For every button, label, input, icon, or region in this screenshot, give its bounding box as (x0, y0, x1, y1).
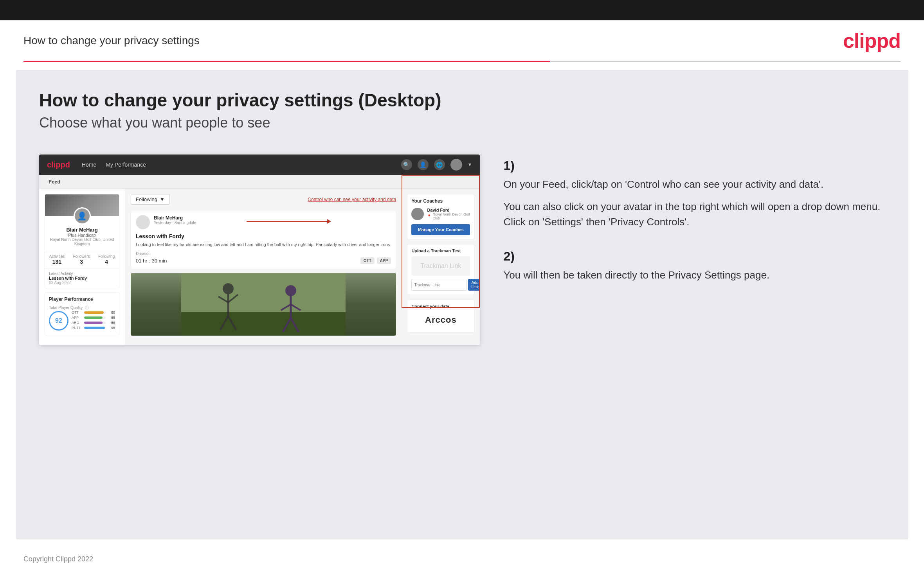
search-icon[interactable]: 🔍 (401, 159, 412, 170)
header-logo: clippd (843, 29, 901, 52)
app-sidebar: 👤 Blair McHarg Plus Handicap Royal North… (39, 189, 125, 345)
activity-user-avatar (136, 215, 150, 229)
golf-scene-svg (181, 273, 346, 336)
coach-club: 📍 Royal North Devon Golf Club (427, 212, 470, 220)
coach-item: David Ford 📍 Royal North Devon Golf Club (411, 208, 470, 220)
profile-stats: Activities 131 Followers 3 Following 4 (45, 251, 119, 268)
activity-header: Blair McHarg Yesterday · Sunningdale (136, 215, 391, 229)
coach-avatar (411, 208, 424, 220)
add-link-button[interactable]: Add Link (468, 279, 480, 291)
instruction-1-note: You can also click on your avatar in the… (503, 199, 885, 230)
feed-tab[interactable]: Feed (45, 176, 64, 187)
instructions-column: 1) On your Feed, click/tap on 'Control w… (503, 155, 885, 302)
coaches-card: Your Coaches David Ford 📍 Royal North De… (407, 194, 474, 239)
instruction-2-text: You will then be taken directly to the P… (503, 268, 885, 283)
followers-value: 3 (73, 259, 90, 265)
top-bar (0, 0, 924, 20)
following-label: Following (98, 254, 115, 259)
quality-row: 92 OTT 90 APP (49, 311, 115, 331)
quality-circle: 92 (49, 311, 68, 331)
trackman-card: Upload a Trackman Test Trackman Link Add… (407, 244, 474, 295)
connect-card: Connect your data Arccos (407, 300, 474, 333)
profile-card: 👤 Blair McHarg Plus Handicap Royal North… (45, 194, 119, 288)
svg-rect-1 (181, 312, 346, 336)
tag-app: APP (377, 257, 391, 264)
instruction-2-number: 2) (503, 249, 885, 264)
trackman-title: Upload a Trackman Test (411, 248, 470, 253)
instruction-1: 1) On your Feed, click/tap on 'Control w… (503, 158, 885, 230)
control-privacy-link[interactable]: Control who can see your activity and da… (308, 197, 396, 202)
coach-info: David Ford 📍 Royal North Devon Golf Club (427, 208, 470, 220)
trackman-placeholder: Trackman Link (411, 256, 470, 276)
content-columns: clippd Home My Performance 🔍 👤 🌐 ▼ (39, 155, 885, 345)
app-nav-performance[interactable]: My Performance (106, 162, 146, 168)
avatar-chevron: ▼ (468, 162, 472, 167)
profile-avatar: 👤 (74, 207, 91, 225)
footer: Copyright Clippd 2022 (0, 547, 924, 571)
bar-putt: PUTT 96 (72, 326, 115, 330)
profile-banner: 👤 (45, 194, 119, 216)
trackman-input[interactable] (411, 279, 467, 291)
stat-followers: Followers 3 (73, 254, 90, 265)
activity-user-info: Blair McHarg Yesterday · Sunningdale (154, 215, 196, 229)
tag-ott: OTT (360, 257, 375, 264)
app-screenshot-container: clippd Home My Performance 🔍 👤 🌐 ▼ (39, 155, 480, 345)
page-subheading: Choose what you want people to see (39, 115, 885, 131)
trackman-input-row: Add Link (411, 279, 470, 291)
header: How to change your privacy settings clip… (0, 20, 924, 61)
activity-image (131, 273, 396, 336)
latest-activity-date: 03 Aug 2022 (49, 280, 115, 285)
activity-duration-label: Duration (136, 252, 391, 256)
latest-activity-label: Latest Activity (49, 271, 115, 276)
coaches-title: Your Coaches (411, 198, 470, 204)
following-value: 4 (98, 259, 115, 265)
header-divider (23, 61, 901, 62)
connect-brand: Arccos (411, 312, 470, 328)
quality-bars: OTT 90 APP 85 (72, 311, 115, 331)
nav-avatar[interactable] (450, 159, 462, 171)
main-content: How to change your privacy settings (Des… (16, 70, 908, 539)
instruction-2: 2) You will then be taken directly to th… (503, 249, 885, 283)
svg-point-3 (223, 283, 234, 294)
activity-description: Looking to feel like my hands are exitin… (136, 242, 391, 248)
globe-icon[interactable]: 🌐 (434, 159, 445, 170)
activity-duration: 01 hr : 30 min (136, 258, 167, 264)
activity-user-location: Yesterday · Sunningdale (154, 221, 196, 225)
manage-coaches-button[interactable]: Manage Your Coaches (411, 224, 470, 235)
following-button[interactable]: Following ▼ (131, 194, 170, 205)
bar-arg: ARG 86 (72, 321, 115, 325)
app-right-sidebar: Your Coaches David Ford 📍 Royal North De… (402, 189, 480, 345)
bar-app: APP 85 (72, 316, 115, 320)
svg-point-9 (285, 285, 296, 296)
app-screenshot: clippd Home My Performance 🔍 👤 🌐 ▼ (39, 155, 480, 345)
activities-value: 131 (49, 259, 65, 265)
app-feed: Following ▼ Control who can see your act… (125, 189, 402, 345)
app-body: 👤 Blair McHarg Plus Handicap Royal North… (39, 189, 480, 345)
activity-tags: OTT APP (360, 257, 391, 264)
activity-card: Blair McHarg Yesterday · Sunningdale Les… (131, 210, 396, 269)
followers-label: Followers (73, 254, 90, 259)
app-nav-home[interactable]: Home (82, 162, 96, 168)
activity-duration-row: 01 hr : 30 min OTT APP (136, 257, 391, 264)
instruction-1-text: On your Feed, click/tap on 'Control who … (503, 177, 885, 192)
profile-club: Royal North Devon Golf Club, United King… (49, 237, 115, 246)
page-heading: How to change your privacy settings (Des… (39, 90, 885, 111)
activity-user-name: Blair McHarg (154, 215, 196, 221)
coach-name: David Ford (427, 208, 470, 212)
header-title: How to change your privacy settings (23, 34, 200, 47)
stat-following: Following 4 (98, 254, 115, 265)
svg-rect-2 (181, 273, 346, 312)
performance-card: Player Performance Total Player Quality … (45, 292, 119, 335)
profile-name: Blair McHarg (49, 227, 115, 233)
instruction-1-number: 1) (503, 158, 885, 173)
profile-handicap: Plus Handicap (49, 233, 115, 237)
user-icon[interactable]: 👤 (418, 159, 429, 170)
app-nav-logo: clippd (47, 160, 70, 169)
activities-label: Activities (49, 254, 65, 259)
latest-activity-name: Lesson with Fordy (49, 276, 115, 280)
stat-activities: Activities 131 (49, 254, 65, 265)
app-nav-items: Home My Performance (82, 162, 401, 168)
feed-header: Following ▼ Control who can see your act… (131, 194, 396, 205)
app-nav: clippd Home My Performance 🔍 👤 🌐 ▼ (39, 155, 480, 175)
latest-activity: Latest Activity Lesson with Fordy 03 Aug… (45, 268, 119, 288)
